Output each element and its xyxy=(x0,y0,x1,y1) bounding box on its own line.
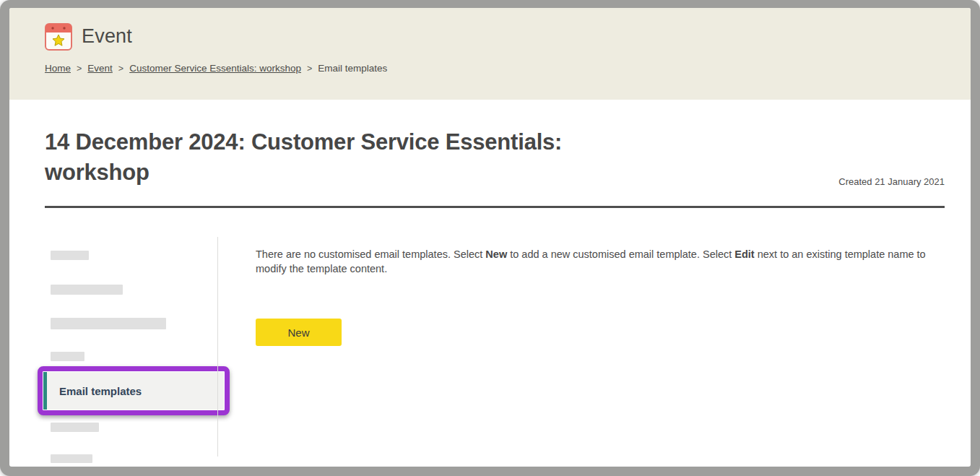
annotation-highlight: Email templates xyxy=(38,366,230,415)
sidebar: Email templates xyxy=(45,237,217,456)
content-row: Email templates There are no customised … xyxy=(45,237,945,456)
brand: Event xyxy=(45,22,945,51)
sidebar-item-label: Email templates xyxy=(59,385,142,397)
breadcrumb-separator-icon: > xyxy=(77,64,82,74)
title-row: 14 December 2024: Customer Service Essen… xyxy=(45,127,945,188)
breadcrumb: Home > Event > Customer Service Essentia… xyxy=(45,63,945,74)
breadcrumb-workshop[interactable]: Customer Service Essentials: workshop xyxy=(129,63,301,74)
main-content: 14 December 2024: Customer Service Essen… xyxy=(9,127,971,456)
breadcrumb-separator-icon: > xyxy=(307,64,312,74)
app-window: Event Home > Event > Customer Service Es… xyxy=(9,8,971,467)
message-bold-new: New xyxy=(485,248,507,260)
email-templates-panel: There are no customised email templates.… xyxy=(218,237,945,456)
calendar-star-icon xyxy=(45,22,72,51)
breadcrumb-event[interactable]: Event xyxy=(87,63,113,74)
sidebar-item-redacted[interactable] xyxy=(51,318,166,329)
message-text: There are no customised email templates.… xyxy=(256,248,485,260)
title-divider xyxy=(45,206,945,208)
breadcrumb-separator-icon: > xyxy=(118,64,123,74)
empty-state-message: There are no customised email templates.… xyxy=(256,248,943,276)
breadcrumb-home[interactable]: Home xyxy=(45,63,71,74)
page-title: 14 December 2024: Customer Service Essen… xyxy=(45,127,623,188)
sidebar-item-redacted[interactable] xyxy=(51,352,84,361)
header: Event Home > Event > Customer Service Es… xyxy=(9,8,971,100)
sidebar-item-email-templates[interactable]: Email templates xyxy=(43,372,224,410)
sidebar-item-redacted[interactable] xyxy=(51,423,99,432)
window-frame: Event Home > Event > Customer Service Es… xyxy=(0,0,980,476)
message-text: to add a new customised email template. … xyxy=(507,248,734,260)
sidebar-item-redacted[interactable] xyxy=(51,251,89,260)
created-date: Created 21 January 2021 xyxy=(838,176,945,187)
message-bold-edit: Edit xyxy=(734,248,754,260)
breadcrumb-current: Email templates xyxy=(318,63,387,74)
new-button[interactable]: New xyxy=(256,319,342,346)
sidebar-item-redacted[interactable] xyxy=(51,454,92,463)
sidebar-item-redacted[interactable] xyxy=(51,285,123,295)
app-title: Event xyxy=(82,25,132,48)
